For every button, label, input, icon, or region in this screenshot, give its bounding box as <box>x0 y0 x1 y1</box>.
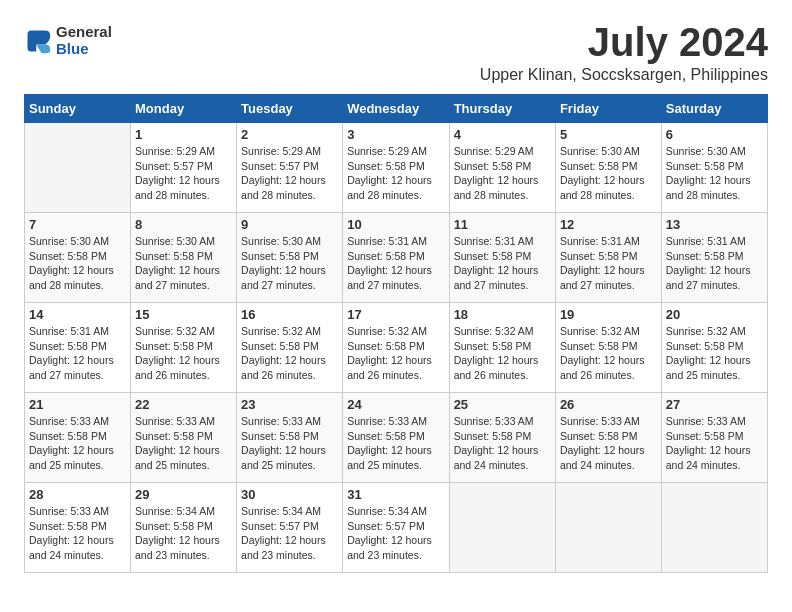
week-row-2: 7Sunrise: 5:30 AMSunset: 5:58 PMDaylight… <box>25 213 768 303</box>
day-info: Sunrise: 5:33 AMSunset: 5:58 PMDaylight:… <box>241 414 338 473</box>
calendar-table: SundayMondayTuesdayWednesdayThursdayFrid… <box>24 94 768 573</box>
title-area: July 2024 Upper Klinan, Soccsksargen, Ph… <box>480 20 768 84</box>
day-number: 21 <box>29 397 126 412</box>
calendar-cell: 3Sunrise: 5:29 AMSunset: 5:58 PMDaylight… <box>343 123 449 213</box>
day-info: Sunrise: 5:31 AMSunset: 5:58 PMDaylight:… <box>454 234 551 293</box>
week-row-3: 14Sunrise: 5:31 AMSunset: 5:58 PMDayligh… <box>25 303 768 393</box>
day-number: 8 <box>135 217 232 232</box>
day-info: Sunrise: 5:29 AMSunset: 5:57 PMDaylight:… <box>241 144 338 203</box>
day-number: 13 <box>666 217 763 232</box>
header-thursday: Thursday <box>449 95 555 123</box>
day-number: 12 <box>560 217 657 232</box>
week-row-4: 21Sunrise: 5:33 AMSunset: 5:58 PMDayligh… <box>25 393 768 483</box>
day-info: Sunrise: 5:34 AMSunset: 5:57 PMDaylight:… <box>347 504 444 563</box>
day-number: 26 <box>560 397 657 412</box>
day-number: 31 <box>347 487 444 502</box>
day-info: Sunrise: 5:33 AMSunset: 5:58 PMDaylight:… <box>666 414 763 473</box>
header-tuesday: Tuesday <box>237 95 343 123</box>
day-number: 29 <box>135 487 232 502</box>
calendar-cell: 17Sunrise: 5:32 AMSunset: 5:58 PMDayligh… <box>343 303 449 393</box>
day-number: 1 <box>135 127 232 142</box>
header-wednesday: Wednesday <box>343 95 449 123</box>
calendar-cell: 20Sunrise: 5:32 AMSunset: 5:58 PMDayligh… <box>661 303 767 393</box>
week-row-5: 28Sunrise: 5:33 AMSunset: 5:58 PMDayligh… <box>25 483 768 573</box>
day-info: Sunrise: 5:34 AMSunset: 5:58 PMDaylight:… <box>135 504 232 563</box>
day-number: 2 <box>241 127 338 142</box>
logo-general-text: General <box>56 24 112 41</box>
day-number: 28 <box>29 487 126 502</box>
day-number: 20 <box>666 307 763 322</box>
calendar-cell: 21Sunrise: 5:33 AMSunset: 5:58 PMDayligh… <box>25 393 131 483</box>
day-info: Sunrise: 5:32 AMSunset: 5:58 PMDaylight:… <box>135 324 232 383</box>
calendar-cell: 8Sunrise: 5:30 AMSunset: 5:58 PMDaylight… <box>131 213 237 303</box>
calendar-cell: 1Sunrise: 5:29 AMSunset: 5:57 PMDaylight… <box>131 123 237 213</box>
day-info: Sunrise: 5:33 AMSunset: 5:58 PMDaylight:… <box>560 414 657 473</box>
day-info: Sunrise: 5:31 AMSunset: 5:58 PMDaylight:… <box>29 324 126 383</box>
day-number: 6 <box>666 127 763 142</box>
header-monday: Monday <box>131 95 237 123</box>
calendar-cell: 9Sunrise: 5:30 AMSunset: 5:58 PMDaylight… <box>237 213 343 303</box>
calendar-cell <box>25 123 131 213</box>
calendar-cell: 28Sunrise: 5:33 AMSunset: 5:58 PMDayligh… <box>25 483 131 573</box>
calendar-cell: 27Sunrise: 5:33 AMSunset: 5:58 PMDayligh… <box>661 393 767 483</box>
calendar-cell: 18Sunrise: 5:32 AMSunset: 5:58 PMDayligh… <box>449 303 555 393</box>
calendar-cell: 5Sunrise: 5:30 AMSunset: 5:58 PMDaylight… <box>555 123 661 213</box>
day-number: 22 <box>135 397 232 412</box>
day-info: Sunrise: 5:32 AMSunset: 5:58 PMDaylight:… <box>454 324 551 383</box>
day-number: 5 <box>560 127 657 142</box>
day-number: 15 <box>135 307 232 322</box>
day-number: 23 <box>241 397 338 412</box>
calendar-cell: 12Sunrise: 5:31 AMSunset: 5:58 PMDayligh… <box>555 213 661 303</box>
day-number: 11 <box>454 217 551 232</box>
day-info: Sunrise: 5:32 AMSunset: 5:58 PMDaylight:… <box>666 324 763 383</box>
day-info: Sunrise: 5:32 AMSunset: 5:58 PMDaylight:… <box>347 324 444 383</box>
day-number: 9 <box>241 217 338 232</box>
day-number: 17 <box>347 307 444 322</box>
logo-blue-text: Blue <box>56 41 112 58</box>
calendar-cell: 22Sunrise: 5:33 AMSunset: 5:58 PMDayligh… <box>131 393 237 483</box>
day-info: Sunrise: 5:30 AMSunset: 5:58 PMDaylight:… <box>560 144 657 203</box>
day-info: Sunrise: 5:30 AMSunset: 5:58 PMDaylight:… <box>135 234 232 293</box>
calendar-cell: 13Sunrise: 5:31 AMSunset: 5:58 PMDayligh… <box>661 213 767 303</box>
header-friday: Friday <box>555 95 661 123</box>
logo: General Blue <box>24 24 112 57</box>
day-number: 7 <box>29 217 126 232</box>
day-info: Sunrise: 5:33 AMSunset: 5:58 PMDaylight:… <box>454 414 551 473</box>
header-sunday: Sunday <box>25 95 131 123</box>
day-info: Sunrise: 5:32 AMSunset: 5:58 PMDaylight:… <box>560 324 657 383</box>
day-info: Sunrise: 5:30 AMSunset: 5:58 PMDaylight:… <box>29 234 126 293</box>
calendar-cell: 4Sunrise: 5:29 AMSunset: 5:58 PMDaylight… <box>449 123 555 213</box>
day-info: Sunrise: 5:30 AMSunset: 5:58 PMDaylight:… <box>241 234 338 293</box>
day-number: 30 <box>241 487 338 502</box>
day-number: 3 <box>347 127 444 142</box>
calendar-cell: 30Sunrise: 5:34 AMSunset: 5:57 PMDayligh… <box>237 483 343 573</box>
location-title: Upper Klinan, Soccsksargen, Philippines <box>480 66 768 84</box>
day-number: 4 <box>454 127 551 142</box>
calendar-cell <box>555 483 661 573</box>
calendar-header-row: SundayMondayTuesdayWednesdayThursdayFrid… <box>25 95 768 123</box>
day-number: 24 <box>347 397 444 412</box>
calendar-cell: 2Sunrise: 5:29 AMSunset: 5:57 PMDaylight… <box>237 123 343 213</box>
calendar-cell: 26Sunrise: 5:33 AMSunset: 5:58 PMDayligh… <box>555 393 661 483</box>
day-number: 18 <box>454 307 551 322</box>
calendar-cell: 24Sunrise: 5:33 AMSunset: 5:58 PMDayligh… <box>343 393 449 483</box>
calendar-cell <box>661 483 767 573</box>
day-number: 14 <box>29 307 126 322</box>
week-row-1: 1Sunrise: 5:29 AMSunset: 5:57 PMDaylight… <box>25 123 768 213</box>
day-number: 19 <box>560 307 657 322</box>
header: General Blue July 2024 Upper Klinan, Soc… <box>24 20 768 84</box>
calendar-cell <box>449 483 555 573</box>
calendar-cell: 29Sunrise: 5:34 AMSunset: 5:58 PMDayligh… <box>131 483 237 573</box>
logo-icon <box>24 27 52 55</box>
header-saturday: Saturday <box>661 95 767 123</box>
day-info: Sunrise: 5:33 AMSunset: 5:58 PMDaylight:… <box>135 414 232 473</box>
calendar-cell: 6Sunrise: 5:30 AMSunset: 5:58 PMDaylight… <box>661 123 767 213</box>
day-info: Sunrise: 5:34 AMSunset: 5:57 PMDaylight:… <box>241 504 338 563</box>
day-number: 16 <box>241 307 338 322</box>
day-info: Sunrise: 5:31 AMSunset: 5:58 PMDaylight:… <box>666 234 763 293</box>
calendar-cell: 19Sunrise: 5:32 AMSunset: 5:58 PMDayligh… <box>555 303 661 393</box>
logo-text: General Blue <box>56 24 112 57</box>
calendar-cell: 7Sunrise: 5:30 AMSunset: 5:58 PMDaylight… <box>25 213 131 303</box>
day-info: Sunrise: 5:29 AMSunset: 5:58 PMDaylight:… <box>454 144 551 203</box>
day-info: Sunrise: 5:33 AMSunset: 5:58 PMDaylight:… <box>29 414 126 473</box>
